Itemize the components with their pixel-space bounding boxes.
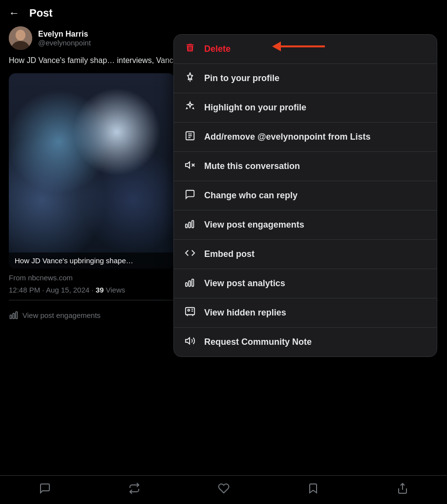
- svg-point-21: [188, 309, 190, 311]
- mute-label: Mute this conversation: [204, 161, 300, 171]
- arrow-head: [272, 42, 281, 51]
- menu-item-embed[interactable]: Embed post: [174, 240, 437, 269]
- delete-icon: [184, 42, 196, 56]
- svg-rect-4: [10, 315, 12, 319]
- svg-rect-14: [186, 224, 188, 228]
- back-button[interactable]: ←: [9, 7, 20, 20]
- engagements-menu-icon: [184, 218, 196, 231]
- menu-item-pin[interactable]: Pin to your profile: [174, 64, 437, 93]
- pin-icon: [184, 72, 196, 85]
- menu-item-highlight[interactable]: Highlight on your profile: [174, 93, 437, 123]
- arrow-annotation: [281, 45, 325, 47]
- author-handle: @evelynonpoint: [38, 39, 91, 47]
- menu-item-reply[interactable]: Change who can reply: [174, 181, 437, 210]
- arrow-line: [281, 45, 325, 47]
- hidden-icon: [184, 306, 196, 319]
- avatar-image: [9, 26, 32, 50]
- bookmark-nav-button[interactable]: [307, 483, 319, 497]
- engagements-menu-label: View post engagements: [204, 220, 304, 230]
- menu-item-mute[interactable]: Mute this conversation: [174, 152, 437, 181]
- author-name: Evelyn Harris: [38, 30, 91, 39]
- lists-label: Add/remove @evelynonpoint from Lists: [204, 132, 371, 142]
- menu-item-delete[interactable]: Delete: [174, 35, 437, 64]
- context-menu: Delete Pin to your profile Highlight on …: [173, 34, 437, 357]
- lists-icon: [184, 130, 196, 144]
- menu-item-engagements[interactable]: View post engagements: [174, 210, 437, 240]
- post-timestamp: 12:48 PM · Aug 15, 2024 ·: [9, 286, 96, 294]
- menu-item-community[interactable]: Request Community Note: [174, 328, 437, 357]
- svg-rect-16: [192, 221, 194, 228]
- retweet-nav-button[interactable]: [128, 483, 140, 497]
- post-image-caption: How JD Vance's upbringing shape…: [9, 252, 175, 269]
- svg-point-3: [16, 30, 25, 41]
- community-label: Request Community Note: [204, 337, 312, 347]
- reply-label: Change who can reply: [204, 190, 298, 201]
- analytics-icon: [9, 310, 19, 320]
- analytics-menu-icon: [184, 277, 196, 290]
- embed-label: Embed post: [204, 249, 255, 259]
- svg-rect-15: [189, 222, 191, 228]
- avatar[interactable]: [9, 26, 32, 50]
- views-label: Views: [104, 286, 125, 294]
- like-nav-button[interactable]: [218, 483, 230, 497]
- highlight-icon: [184, 101, 196, 114]
- svg-rect-17: [186, 283, 188, 286]
- views-count: 39: [96, 286, 104, 294]
- analytics-label: View post analytics: [204, 278, 285, 289]
- hidden-label: View hidden replies: [204, 308, 286, 318]
- delete-label: Delete: [204, 44, 231, 54]
- menu-item-analytics[interactable]: View post analytics: [174, 269, 437, 298]
- pin-label: Pin to your profile: [204, 73, 279, 84]
- svg-rect-5: [13, 314, 14, 319]
- svg-rect-6: [16, 312, 17, 318]
- reply-nav-button[interactable]: [39, 483, 51, 497]
- menu-item-lists[interactable]: Add/remove @evelynonpoint from Lists: [174, 123, 437, 152]
- share-nav-button[interactable]: [397, 483, 408, 497]
- menu-item-hidden[interactable]: View hidden replies: [174, 298, 437, 328]
- page-title: Post: [29, 7, 53, 20]
- svg-marker-25: [186, 338, 190, 344]
- post-image-bg: [9, 73, 175, 269]
- svg-rect-18: [189, 281, 191, 286]
- reply-icon: [184, 189, 196, 202]
- community-icon: [184, 336, 196, 349]
- engagements-label: View post engagements: [22, 311, 101, 319]
- highlight-label: Highlight on your profile: [204, 103, 306, 113]
- svg-rect-19: [192, 279, 194, 287]
- header: ← Post: [0, 0, 447, 26]
- mute-icon: [184, 160, 196, 173]
- post-image[interactable]: How JD Vance's upbringing shape…: [9, 73, 175, 269]
- embed-icon: [184, 248, 196, 261]
- bottom-nav: [0, 475, 447, 504]
- author-info: Evelyn Harris @evelynonpoint: [38, 30, 91, 47]
